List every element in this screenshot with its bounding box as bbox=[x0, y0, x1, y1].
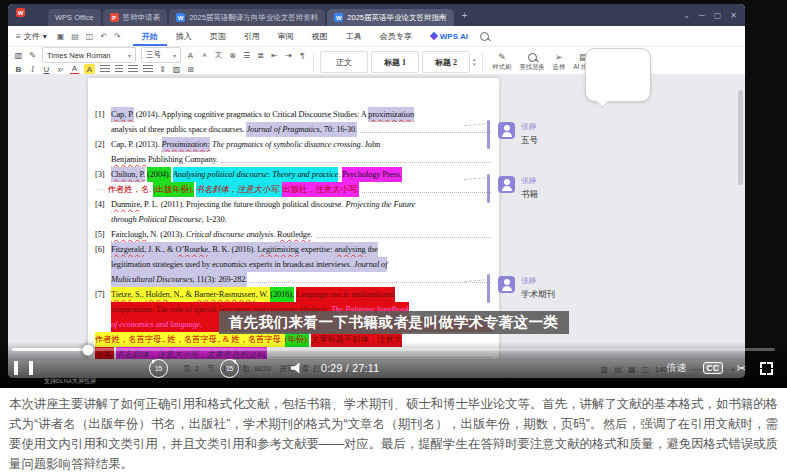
forward-15-button[interactable]: 15 bbox=[220, 359, 239, 378]
tab-list-icon[interactable]: ⌄ bbox=[683, 11, 690, 20]
vertical-scrollbar[interactable] bbox=[738, 90, 743, 185]
font-name-value: Times New Roman bbox=[47, 51, 111, 60]
style-normal[interactable]: 正文 bbox=[320, 51, 368, 73]
clip-scissors-button[interactable]: ✂ bbox=[737, 362, 746, 375]
format-painter-icon[interactable] bbox=[28, 50, 37, 60]
ref-marker: [6] bbox=[95, 242, 111, 257]
fullscreen-button[interactable] bbox=[760, 362, 773, 375]
comment-card[interactable]: 张婷 学术期刊 bbox=[494, 274, 662, 303]
find-replace-button[interactable]: 查找替换 bbox=[519, 52, 544, 72]
reference-line: analysis of three public space discourse… bbox=[95, 122, 493, 137]
window-controls: ⌄ ─ ▢ ✕ bbox=[683, 4, 737, 26]
bold-icon[interactable]: B bbox=[14, 64, 23, 74]
progress-handle[interactable] bbox=[83, 344, 94, 355]
comment-anchor-bar bbox=[487, 274, 490, 303]
shading-icon[interactable] bbox=[172, 64, 181, 74]
underline-icon[interactable]: U bbox=[42, 64, 51, 74]
video-caption: 首先我们来看一下书籍或者是叫做学术专著这一类 bbox=[219, 311, 569, 334]
comment-author: 张婷 bbox=[521, 276, 555, 286]
outdent-icon[interactable] bbox=[270, 50, 279, 60]
clear-format-icon[interactable] bbox=[214, 50, 223, 60]
chevron-down-icon: ▾ bbox=[173, 52, 176, 59]
ribbon-tab-review[interactable]: 审阅 bbox=[269, 27, 303, 46]
close-icon[interactable]: ✕ bbox=[730, 11, 737, 20]
new-tab-button[interactable]: + bbox=[462, 10, 468, 21]
browser-tab-doc1[interactable]: 答辩申请表 bbox=[103, 9, 168, 26]
style-heading2[interactable]: 标题 2 bbox=[422, 51, 470, 73]
line-spacing-icon[interactable] bbox=[158, 64, 167, 74]
ribbon-tab-insert[interactable]: 插入 bbox=[167, 27, 201, 46]
numbered-list-icon[interactable] bbox=[256, 50, 265, 60]
align-right-icon[interactable] bbox=[128, 65, 138, 73]
comment-text: 学术期刊 bbox=[521, 289, 555, 301]
align-justify-icon[interactable] bbox=[143, 65, 153, 73]
bullet-list-icon[interactable] bbox=[242, 50, 251, 60]
browser-tab-doc3-active[interactable]: 2025届英语毕业论文答辩指南 bbox=[327, 9, 453, 26]
comment-card[interactable]: 张婷 五号 bbox=[494, 120, 662, 149]
indent-icon[interactable] bbox=[284, 50, 293, 60]
browser-tab-home[interactable]: WPS Office bbox=[48, 9, 101, 26]
style-brush-button[interactable]: 样式刷 bbox=[493, 52, 512, 72]
ribbon-tab-home[interactable]: 开始 bbox=[133, 27, 167, 46]
rewind-15-button[interactable]: 15 bbox=[149, 359, 168, 378]
align-left-icon[interactable] bbox=[100, 65, 110, 73]
browser-tab-doc2[interactable]: 2025届英语翻译方向毕业论文答辩资料 bbox=[169, 9, 325, 26]
maximize-icon[interactable]: ▢ bbox=[714, 11, 722, 20]
doc-blue-icon bbox=[334, 13, 343, 22]
video-player[interactable]: WPS Office 答辩申请表 2025届英语翻译方向毕业论文答辩资料 202… bbox=[0, 0, 787, 388]
ribbon-tab-reference[interactable]: 引用 bbox=[235, 27, 269, 46]
file-menu-label: 文件 bbox=[24, 31, 40, 42]
file-menu-button[interactable]: ≡ 文件 ▾ bbox=[16, 31, 47, 42]
save-icon[interactable]: ▣ bbox=[57, 32, 65, 41]
style-heading1[interactable]: 标题 1 bbox=[371, 51, 419, 73]
ribbon-tab-tools[interactable]: 工具 bbox=[337, 27, 371, 46]
player-controls-row: 15 15 0:29 / 27:11 倍速 CC ✂ bbox=[14, 357, 773, 379]
comment-author: 张婷 bbox=[521, 122, 538, 132]
volume-icon[interactable] bbox=[291, 362, 305, 374]
style-gallery-scroll[interactable]: ▴▾ bbox=[473, 57, 476, 67]
toolbar-left: Times New Roman ▾ 三号 ▾ bbox=[14, 50, 307, 75]
redo-icon[interactable]: ↷ bbox=[114, 32, 121, 41]
doc-blue-icon bbox=[176, 13, 185, 22]
playback-speed-button[interactable]: 倍速 bbox=[667, 361, 687, 375]
ref-marker: [1] bbox=[95, 107, 111, 122]
pause-button[interactable] bbox=[14, 361, 33, 375]
undo-icon[interactable]: ↶ bbox=[100, 32, 107, 41]
cast-hint: 支持DLNA大屏投屏 bbox=[44, 377, 96, 386]
select-button[interactable]: 选择 bbox=[553, 52, 566, 72]
increase-font-icon[interactable] bbox=[186, 50, 195, 60]
paragraph-mark-icon[interactable] bbox=[298, 50, 307, 60]
progress-bar[interactable] bbox=[12, 348, 775, 351]
ribbon-tab-page[interactable]: 页面 bbox=[201, 27, 235, 46]
wps-ai-button[interactable]: WPS AI bbox=[431, 32, 468, 41]
tab-label: WPS Office bbox=[55, 13, 94, 22]
highlight-color-icon[interactable] bbox=[84, 64, 95, 74]
avatar bbox=[498, 276, 515, 293]
comment-text: 书籍 bbox=[521, 189, 538, 201]
search-icon[interactable] bbox=[480, 32, 489, 41]
superscript-icon[interactable] bbox=[56, 64, 65, 74]
player-controls: 15 15 0:29 / 27:11 倍速 CC ✂ 支持DLNA大屏投屏 bbox=[0, 342, 787, 388]
font-name-select[interactable]: Times New Roman ▾ bbox=[42, 47, 136, 63]
ribbon-tab-member[interactable]: 会员专享 bbox=[371, 27, 421, 46]
preview-icon[interactable]: ◫ bbox=[86, 32, 94, 41]
border-icon[interactable] bbox=[186, 64, 195, 74]
font-size-value: 三号 bbox=[146, 50, 161, 60]
find-replace-icon bbox=[528, 52, 537, 62]
hamburger-icon: ≡ bbox=[16, 32, 21, 41]
print-icon[interactable]: ▤ bbox=[71, 32, 79, 41]
paste-icon[interactable] bbox=[14, 50, 23, 60]
ref-marker: [7] bbox=[95, 287, 111, 302]
decrease-font-icon[interactable] bbox=[200, 50, 209, 60]
ribbon-tabs: 开始 插入 页面 引用 审阅 视图 工具 会员专享 bbox=[133, 27, 421, 46]
wipe-format-icon[interactable] bbox=[228, 50, 237, 60]
subtitles-cc-button[interactable]: CC bbox=[703, 362, 723, 374]
style-brush-icon bbox=[498, 52, 506, 62]
minimize-icon[interactable]: ─ bbox=[699, 11, 705, 20]
tab-label: 2025届英语毕业论文答辩指南 bbox=[347, 13, 446, 23]
align-center-icon[interactable] bbox=[115, 65, 123, 73]
ribbon-tab-view[interactable]: 视图 bbox=[303, 27, 337, 46]
comment-card[interactable]: 张婷 书籍 bbox=[494, 174, 662, 203]
font-size-select[interactable]: 三号 ▾ bbox=[141, 47, 181, 63]
italic-icon[interactable]: I bbox=[28, 64, 37, 74]
